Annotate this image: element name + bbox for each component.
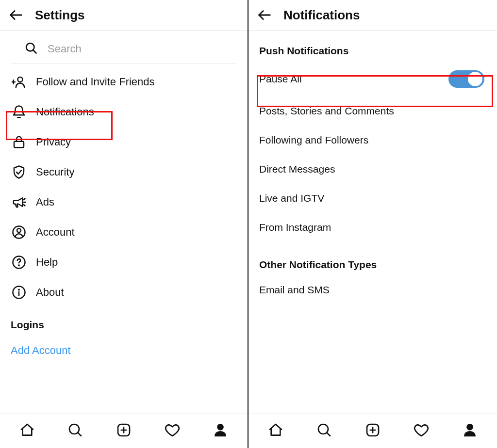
other-heading: Other Notification Types <box>248 247 497 275</box>
profile-icon <box>213 423 228 439</box>
notif-item-label: Following and Followers <box>259 134 368 146</box>
svg-point-22 <box>217 424 224 431</box>
notif-item-label: Live and IGTV <box>259 192 324 204</box>
logins-heading: Logins <box>0 307 248 336</box>
settings-item-label: Ads <box>36 196 54 208</box>
settings-content: Follow and Invite Friends Notifications … <box>0 31 248 414</box>
search-icon <box>67 422 83 440</box>
back-arrow-icon[interactable] <box>8 7 24 23</box>
shield-icon <box>11 165 27 179</box>
tab-search[interactable] <box>300 414 348 448</box>
notif-item-direct[interactable]: Direct Messages <box>248 155 497 184</box>
notif-item-posts[interactable]: Posts, Stories and Comments <box>248 96 497 126</box>
notif-item-label: Email and SMS <box>259 284 330 296</box>
tab-profile[interactable] <box>446 414 494 448</box>
plus-square-icon <box>365 422 381 440</box>
page-title: Notifications <box>283 8 360 23</box>
settings-item-notifications[interactable]: Notifications <box>0 97 248 127</box>
home-icon <box>19 422 35 440</box>
svg-rect-6 <box>14 142 24 148</box>
svg-point-11 <box>17 228 21 232</box>
tab-new-post[interactable] <box>348 414 397 448</box>
settings-item-about[interactable]: About <box>0 277 248 307</box>
tab-search[interactable] <box>51 414 100 448</box>
tab-home[interactable] <box>251 414 300 448</box>
settings-screen: Settings Follow and Invite Friends <box>0 0 248 448</box>
svg-line-2 <box>33 50 36 53</box>
settings-item-label: Help <box>36 256 58 269</box>
search-row[interactable] <box>11 31 237 64</box>
svg-point-15 <box>18 289 19 290</box>
settings-item-label: Follow and Invite Friends <box>36 76 155 88</box>
megaphone-icon <box>11 195 27 209</box>
settings-item-follow-invite[interactable]: Follow and Invite Friends <box>0 67 248 97</box>
heart-icon <box>165 422 180 440</box>
settings-item-security[interactable]: Security <box>0 157 248 187</box>
tab-activity[interactable] <box>148 414 197 448</box>
notif-item-instagram[interactable]: From Instagram <box>248 213 497 242</box>
svg-point-13 <box>18 265 19 266</box>
notif-item-following[interactable]: Following and Followers <box>248 126 497 155</box>
search-icon <box>316 422 332 440</box>
svg-line-9 <box>24 205 25 206</box>
plus-square-icon <box>116 422 132 440</box>
settings-list: Follow and Invite Friends Notifications … <box>0 67 248 366</box>
notifications-content: Push Notifications Pause All Posts, Stor… <box>248 31 497 414</box>
notif-item-label: From Instagram <box>259 222 331 233</box>
profile-icon <box>463 423 477 439</box>
tab-activity[interactable] <box>397 414 446 448</box>
search-icon <box>24 41 38 57</box>
search-input[interactable] <box>47 42 226 56</box>
settings-item-label: Security <box>36 166 74 178</box>
home-icon <box>268 422 283 440</box>
notif-item-live[interactable]: Live and IGTV <box>248 184 497 213</box>
tabbar <box>0 414 248 448</box>
add-person-icon <box>11 75 27 89</box>
lock-icon <box>11 135 27 149</box>
toggle-knob <box>468 72 482 86</box>
pause-all-label: Pause All <box>259 73 302 85</box>
add-account-link[interactable]: Add Account <box>0 336 248 366</box>
tab-home[interactable] <box>3 414 51 448</box>
settings-item-label: About <box>36 286 64 299</box>
settings-item-label: Privacy <box>36 136 71 148</box>
settings-item-label: Account <box>36 226 75 239</box>
notif-item-email-sms[interactable]: Email and SMS <box>248 275 497 304</box>
settings-item-ads[interactable]: Ads <box>0 187 248 217</box>
info-icon <box>11 285 27 300</box>
notifications-header: Notifications <box>248 0 497 31</box>
help-icon <box>11 255 27 270</box>
pause-all-toggle[interactable] <box>448 70 484 88</box>
notif-item-label: Direct Messages <box>259 163 335 175</box>
tabbar <box>248 414 497 448</box>
heart-icon <box>414 422 429 440</box>
svg-line-18 <box>78 432 82 436</box>
svg-point-29 <box>467 424 473 431</box>
notifications-screen: Notifications Push Notifications Pause A… <box>248 0 497 448</box>
settings-item-privacy[interactable]: Privacy <box>0 127 248 157</box>
notif-item-label: Posts, Stories and Comments <box>259 105 394 117</box>
settings-item-account[interactable]: Account <box>0 217 248 247</box>
pause-all-row[interactable]: Pause All <box>248 62 497 96</box>
tab-profile[interactable] <box>196 414 245 448</box>
svg-point-3 <box>18 77 23 82</box>
settings-item-help[interactable]: Help <box>0 247 248 277</box>
bell-icon <box>11 105 27 119</box>
svg-line-7 <box>24 199 25 200</box>
push-heading: Push Notifications <box>248 31 497 62</box>
account-icon <box>11 225 27 240</box>
tab-new-post[interactable] <box>99 414 148 448</box>
svg-line-25 <box>327 432 330 436</box>
page-title: Settings <box>35 8 85 23</box>
settings-item-label: Notifications <box>36 106 94 118</box>
settings-header: Settings <box>0 0 248 31</box>
back-arrow-icon[interactable] <box>256 7 273 23</box>
